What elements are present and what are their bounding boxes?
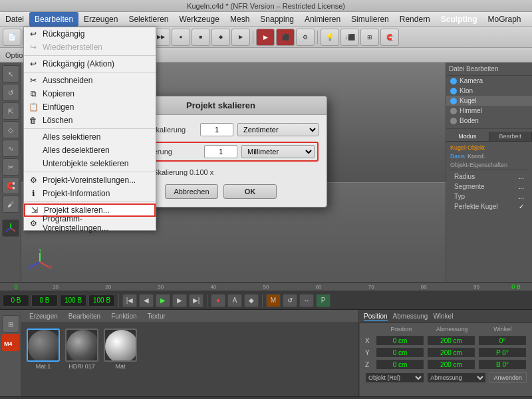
transport-record[interactable]: ● <box>211 294 225 307</box>
dd-undo-action[interactable]: ↩ Rückgängig (Aktion) <box>24 57 156 70</box>
angle-z-input[interactable]: B 0° <box>478 359 527 370</box>
pos-apply-button[interactable]: Anwenden <box>489 372 527 383</box>
menu-sculpting[interactable]: Sculpting <box>436 12 483 27</box>
transport-next-frame[interactable]: ▶ <box>172 294 187 307</box>
dd-deselect-all[interactable]: Alles deselektieren <box>24 144 156 157</box>
dim-y-input[interactable]: 200 cm <box>427 347 475 358</box>
material-mat[interactable]: Mat <box>104 329 137 370</box>
lt-spline[interactable]: ∿ <box>2 140 19 157</box>
dd-copy[interactable]: ⧉ Kopieren <box>24 87 156 100</box>
pos-tab-position[interactable]: Position <box>364 313 388 321</box>
angle-y-input[interactable]: P 0° <box>478 347 527 358</box>
obj-klon[interactable]: Klon <box>446 86 532 96</box>
pos-z-input[interactable]: 0 cm <box>376 359 424 370</box>
lt-axis[interactable] <box>2 219 19 237</box>
material-mat1[interactable]: Mat.1 <box>27 329 60 370</box>
current-unit-select[interactable]: Zentimeter Millimeter Meter <box>237 123 319 136</box>
obj-boden[interactable]: Boden <box>446 116 532 126</box>
tb-new[interactable]: 📄 <box>3 29 21 46</box>
cb-tab-erzeugen[interactable]: Erzeugen <box>25 312 62 321</box>
tb-light[interactable]: 💡 <box>321 29 339 46</box>
subtab-basis[interactable]: Basis <box>450 153 465 160</box>
tb-snap[interactable]: 🧲 <box>380 29 399 46</box>
transport-ping[interactable]: P <box>316 294 331 307</box>
pos-dropdown-rel[interactable]: Objekt (Rel) <box>365 372 424 383</box>
menu-rendern[interactable]: Rendern <box>394 12 436 27</box>
tb-render3[interactable]: ⚙ <box>296 29 315 46</box>
lt-move[interactable]: ↖ <box>2 65 19 82</box>
menu-charakter[interactable]: Charakter <box>527 12 533 27</box>
transport-loop[interactable]: ↺ <box>283 294 297 307</box>
menu-werkzeuge[interactable]: Werkzeuge <box>174 12 224 27</box>
transport-auto[interactable]: A <box>227 294 242 307</box>
dd-select-children[interactable]: Unterobjekte selektieren <box>24 157 156 170</box>
menu-animieren[interactable]: Animieren <box>299 12 346 27</box>
lt-paint[interactable]: 🖌 <box>2 196 19 213</box>
pos-tab-abmessung[interactable]: Abmessung <box>393 313 428 320</box>
bl-btn1[interactable]: ⊞ <box>2 315 19 332</box>
menu-mograph[interactable]: MoGraph <box>482 12 526 27</box>
dim-z-input[interactable]: 200 cm <box>427 359 475 370</box>
props-tab-bearbeit[interactable]: Bearbeit <box>489 132 533 141</box>
transport-skip-end[interactable]: ▶| <box>189 294 203 307</box>
lt-rotate[interactable]: ↺ <box>2 84 19 101</box>
material-hdri017[interactable]: HDRI 017 <box>65 329 98 370</box>
pos-y-input[interactable]: 0 cm <box>376 347 424 358</box>
cb-tab-bearbeiten[interactable]: Bearbeiten <box>65 312 104 321</box>
menu-snapping[interactable]: Snapping <box>255 12 299 27</box>
cancel-button[interactable]: Abbrechen <box>165 184 218 199</box>
dim-x-input[interactable]: 200 cm <box>427 335 475 346</box>
subtab-koord[interactable]: Koord. <box>467 153 485 160</box>
cb-tab-funktion[interactable]: Funktion <box>107 312 140 321</box>
lt-knife[interactable]: ✂ <box>2 158 19 176</box>
menu-selektieren[interactable]: Selektieren <box>123 12 174 27</box>
ok-button[interactable]: OK <box>223 184 277 199</box>
menu-bearbeiten[interactable]: Bearbeiten <box>29 12 78 27</box>
dd-projekt-info[interactable]: ℹ Projekt-Information <box>24 187 156 200</box>
tb-anim2[interactable]: ● <box>172 29 190 46</box>
dd-projekt-prefs[interactable]: ⚙ Projekt-Voreinstellungen... <box>24 174 156 187</box>
menu-mesh[interactable]: Mesh <box>225 12 255 27</box>
current-scale-input[interactable] <box>200 123 233 136</box>
menu-simulieren[interactable]: Simulieren <box>346 12 394 27</box>
angle-x-input[interactable]: 0° <box>478 335 527 346</box>
menu-datei[interactable]: Datei <box>0 12 29 27</box>
tb-anim4[interactable]: ◆ <box>211 29 230 46</box>
lt-scale[interactable]: ⇱ <box>2 102 19 120</box>
tb-arrow[interactable]: ↓⬛ <box>340 29 359 46</box>
target-scale-input[interactable] <box>204 145 237 158</box>
dd-undo[interactable]: ↩ Rückgängig <box>24 27 156 41</box>
transport-bounce[interactable]: ↔ <box>299 294 314 307</box>
target-unit-select[interactable]: Millimeter Zentimeter Meter <box>241 145 315 158</box>
transport-motion[interactable]: M <box>266 294 281 307</box>
obj-kugel[interactable]: Kugel <box>446 96 532 106</box>
pos-tab-winkel[interactable]: Winkel <box>433 313 453 320</box>
dd-delete[interactable]: 🗑 Löschen <box>24 114 156 127</box>
pos-x-input[interactable]: 0 cm <box>376 335 424 346</box>
tb-grid[interactable]: ⊞ <box>360 29 379 46</box>
mat1-sphere <box>28 330 60 362</box>
timeline[interactable]: 0 10 20 30 40 50 60 70 80 90 0 B <box>0 282 532 291</box>
prop-segmente: Segmente ... <box>450 182 528 192</box>
transport-play[interactable]: ▶ <box>156 294 170 307</box>
tb-anim5[interactable]: ▶ <box>231 29 250 46</box>
transport-skip-start[interactable]: |◀ <box>122 294 137 307</box>
lt-polygon[interactable]: ◇ <box>2 121 19 138</box>
dd-select-all[interactable]: Alles selektieren <box>24 130 156 144</box>
dd-cut[interactable]: ✂ Ausschneiden <box>24 74 156 87</box>
tb-anim3[interactable]: ■ <box>192 29 210 46</box>
transport-prev-frame[interactable]: ◀ <box>139 294 154 307</box>
tb-render2[interactable]: ⬛ <box>276 29 295 46</box>
obj-kamera[interactable]: Kamera <box>446 76 532 86</box>
tb-render1[interactable]: ▶ <box>256 29 275 46</box>
menu-erzeugen[interactable]: Erzeugen <box>78 12 123 27</box>
dd-programm-prefs[interactable]: ⚙ Programm-Voreinstellungen... <box>24 217 156 230</box>
props-tab-modus[interactable]: Modus <box>446 132 489 141</box>
transport-keyframe[interactable]: ◆ <box>244 294 259 307</box>
transport-frame-100a: 100 B <box>60 295 86 307</box>
obj-himmel[interactable]: Himmel <box>446 106 532 116</box>
pos-dropdown-abmessung[interactable]: Abmessung <box>427 372 486 383</box>
lt-magnet[interactable]: 🧲 <box>2 177 19 194</box>
dd-paste[interactable]: 📋 Einfügen <box>24 100 156 114</box>
cb-tab-textur[interactable]: Textur <box>144 312 170 321</box>
